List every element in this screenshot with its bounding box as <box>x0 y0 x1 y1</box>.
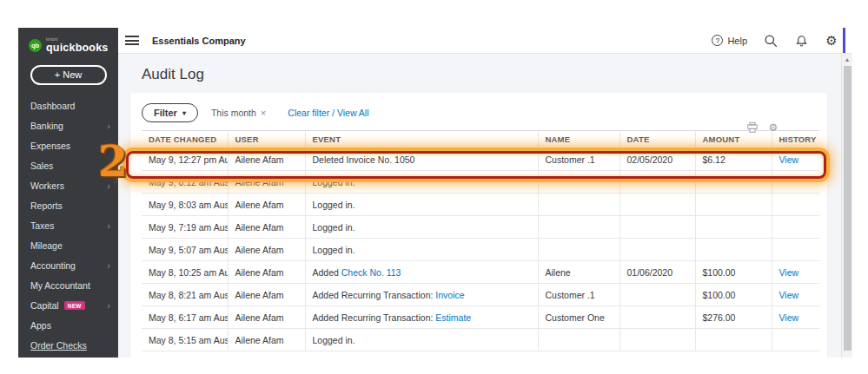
table-header-row: DATE CHANGEDUSEREVENTNAMEDATEAMOUNTHISTO… <box>142 131 819 148</box>
amount-cell <box>695 171 772 194</box>
user-cell: Ailene Afam <box>228 261 305 284</box>
table-row: May 9, 5:07 am Australia...Ailene AfamLo… <box>142 239 819 261</box>
table-row: May 8, 10:25 am Australi...Ailene AfamAd… <box>142 261 819 284</box>
help-button[interactable]: ? Help <box>712 35 747 46</box>
table-row: May 8, 5:15 am Australia...Ailene AfamLo… <box>142 329 819 351</box>
sidebar-item-capital[interactable]: CapitalNEW› <box>18 296 118 316</box>
company-name: Essentials Company <box>152 36 246 46</box>
date-cell: 01/06/2020 <box>620 261 695 284</box>
chevron-right-icon: › <box>107 181 110 191</box>
sidebar-item-order-checks[interactable]: Order Checks <box>18 336 118 356</box>
remove-filter-icon[interactable]: × <box>261 108 266 118</box>
chevron-right-icon: › <box>107 261 110 271</box>
print-icon[interactable] <box>746 121 759 134</box>
page-content: Audit Log Filter ▾ This month × Clear fi… <box>118 54 852 358</box>
user-cell: Ailene Afam <box>228 239 305 261</box>
amount-cell: $276.00 <box>695 306 772 329</box>
sidebar-item-taxes[interactable]: Taxes› <box>18 216 118 236</box>
sidebar-item-label: Accounting <box>30 260 76 271</box>
date-changed-cell: May 9, 8:03 am Australia... <box>142 194 228 216</box>
event-text: Logged in. <box>313 200 355 210</box>
sidebar-item-workers[interactable]: Workers› <box>18 176 118 196</box>
view-history-link[interactable]: View <box>779 267 799 278</box>
sidebar-item-accounting[interactable]: Accounting› <box>18 256 118 276</box>
sidebar-item-reports[interactable]: Reports <box>18 196 118 216</box>
table-row: May 9, 8:12 am Australia...Ailene AfamLo… <box>142 171 819 194</box>
clear-filter-link[interactable]: Clear filter / View All <box>288 108 368 118</box>
event-cell: Logged in. <box>305 329 538 351</box>
table-tools: ⚙ <box>746 121 779 134</box>
name-cell: Customer .1 <box>538 284 620 306</box>
audit-table-body: May 9, 12:27 pm Australi...Ailene AfamDe… <box>142 148 819 351</box>
column-header-name: NAME <box>538 131 620 148</box>
event-cell: Logged in. <box>305 216 538 239</box>
sidebar-item-banking[interactable]: Banking› <box>18 116 118 136</box>
vertical-scrollbar[interactable]: ▲ <box>841 54 852 358</box>
chevron-right-icon: › <box>107 221 110 231</box>
sidebar-item-expenses[interactable]: Expenses› <box>18 136 118 156</box>
view-history-link[interactable]: View <box>779 290 799 300</box>
scrollbar-top-accent <box>843 28 845 53</box>
sidebar-item-sales[interactable]: Sales› <box>18 156 118 176</box>
qb-logo-icon: qb <box>29 39 42 52</box>
help-icon: ? <box>712 35 723 46</box>
audit-log-card: Filter ▾ This month × Clear filter / Vie… <box>130 93 827 358</box>
app-window: qb intuit quickbooks + New DashboardBank… <box>18 28 852 358</box>
event-text: Added Recurring Transaction: <box>313 290 436 300</box>
name-cell: Ailene <box>538 261 620 284</box>
event-link[interactable]: Check No. 113 <box>341 267 401 278</box>
history-cell <box>772 194 819 216</box>
notifications-bell-icon[interactable] <box>794 34 808 48</box>
active-filter-label: This month <box>211 108 256 118</box>
scroll-up-icon[interactable]: ▲ <box>842 56 852 62</box>
event-link[interactable]: Invoice <box>435 290 464 300</box>
view-history-link[interactable]: View <box>779 154 799 165</box>
sidebar-item-my-accountant[interactable]: My Accountant <box>18 276 118 296</box>
history-cell <box>772 239 819 261</box>
sidebar: qb intuit quickbooks + New DashboardBank… <box>18 28 118 358</box>
history-cell: View <box>772 261 819 284</box>
event-text: Logged in. <box>313 222 355 233</box>
event-link[interactable]: Estimate <box>435 312 471 323</box>
name-cell: Customer .1 <box>538 148 620 171</box>
settings-gear-icon[interactable]: ⚙ <box>825 34 838 48</box>
view-history-link[interactable]: View <box>779 312 799 323</box>
amount-cell: $100.00 <box>695 261 772 284</box>
active-filter-chip: This month × <box>211 108 266 118</box>
amount-cell: $6.12 <box>695 148 772 171</box>
filter-button[interactable]: Filter ▾ <box>142 103 198 122</box>
hamburger-menu-icon[interactable] <box>125 36 139 45</box>
history-cell <box>772 216 819 239</box>
new-button[interactable]: + New <box>30 65 107 85</box>
chevron-down-icon: ▾ <box>182 109 186 117</box>
table-row-highlighted: May 9, 12:27 pm Australi...Ailene AfamDe… <box>142 148 819 171</box>
name-cell <box>538 216 620 239</box>
audit-log-table: DATE CHANGEDUSEREVENTNAMEDATEAMOUNTHISTO… <box>142 130 819 351</box>
history-cell: View <box>772 284 819 306</box>
sidebar-item-dashboard[interactable]: Dashboard <box>18 96 118 116</box>
scrollbar-thumb[interactable] <box>844 66 851 351</box>
column-header-event: EVENT <box>305 131 538 148</box>
amount-cell <box>695 216 772 239</box>
date-cell: 02/05/2020 <box>620 148 695 171</box>
date-cell <box>620 284 695 306</box>
sidebar-item-label: Taxes <box>30 220 54 231</box>
name-cell: Customer One <box>538 306 620 329</box>
sidebar-item-label: Mileage <box>30 240 63 251</box>
quickbooks-label: quickbooks <box>46 43 108 54</box>
sidebar-item-mileage[interactable]: Mileage <box>18 236 118 256</box>
event-text: Added Recurring Transaction: <box>313 312 436 323</box>
user-cell: Ailene Afam <box>228 306 305 329</box>
filter-button-label: Filter <box>154 108 177 118</box>
sidebar-item-apps[interactable]: Apps <box>18 316 118 336</box>
date-cell <box>620 194 695 216</box>
table-row: May 8, 6:17 am Australia...Ailene AfamAd… <box>142 306 819 329</box>
search-icon[interactable] <box>764 34 778 48</box>
event-text: Deleted Invoice No. 1050 <box>313 154 415 165</box>
user-cell: Ailene Afam <box>228 216 305 239</box>
date-changed-cell: May 9, 5:07 am Australia... <box>142 239 228 261</box>
event-cell: Logged in. <box>305 194 538 216</box>
date-cell <box>620 216 695 239</box>
table-settings-gear-icon[interactable]: ⚙ <box>767 121 779 134</box>
name-cell <box>538 194 620 216</box>
